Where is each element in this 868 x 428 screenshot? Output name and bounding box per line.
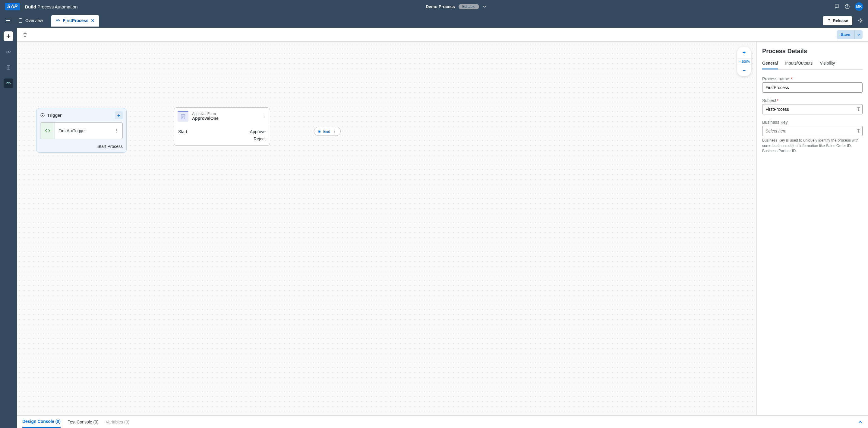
zoom-in-button[interactable]: + <box>737 47 751 58</box>
bottom-tabs: Design Console (0) Test Console (0) Vari… <box>17 415 868 428</box>
trigger-title: Trigger <box>47 113 62 118</box>
trigger-node[interactable]: Trigger + FirstApiTrigger ⋮ Start Proces… <box>36 108 127 153</box>
trigger-item-name: FirstApiTrigger <box>55 128 111 133</box>
zoom-out-button[interactable]: − <box>737 65 751 76</box>
tab-design-console[interactable]: Design Console (0) <box>22 416 61 428</box>
svg-point-3 <box>860 20 862 22</box>
release-button[interactable]: Release <box>823 16 852 25</box>
sidebar-document-icon[interactable] <box>4 63 13 73</box>
sap-logo: SAP <box>5 3 20 10</box>
svg-rect-2 <box>19 19 22 22</box>
main-layout: Save + + <box>0 28 868 428</box>
tab-overview-label: Overview <box>25 18 43 23</box>
subject-label: Subject <box>762 98 776 103</box>
approval-type-label: Approval Form <box>192 112 219 116</box>
details-panel: Process Details General Inputs/Outputs V… <box>756 41 868 415</box>
approval-body: Start Approve Reject <box>174 125 270 145</box>
app-header: SAP Build Process Automation Demo Proces… <box>0 0 868 13</box>
tab-firstprocess[interactable]: FirstProcess ✕ <box>51 15 99 27</box>
field-business-key: Business Key T Business Key is used to u… <box>762 120 863 154</box>
play-icon <box>40 113 45 118</box>
header-right: ? MK <box>834 2 863 11</box>
approval-start-port: Start <box>178 129 187 134</box>
approval-approve-port: Approve <box>250 129 266 134</box>
business-key-label: Business Key <box>762 120 863 125</box>
trash-icon[interactable] <box>22 32 28 37</box>
chevron-up-icon[interactable] <box>858 420 863 424</box>
process-name-label: Process name: <box>762 76 790 81</box>
end-icon: ◉ <box>318 129 321 134</box>
help-icon[interactable]: ? <box>844 4 850 9</box>
subject-input[interactable] <box>762 104 863 114</box>
approval-name: ApprovalOne <box>192 116 219 121</box>
tab-test-console[interactable]: Test Console (0) <box>68 417 99 427</box>
details-tabs: General Inputs/Outputs Visibility <box>762 61 863 70</box>
field-subject: Subject* T <box>762 98 863 114</box>
business-key-help: Business Key is used to uniquely identif… <box>762 138 863 154</box>
left-sidebar <box>0 28 17 428</box>
tab-bar: Overview FirstProcess ✕ Release <box>0 13 868 28</box>
form-icon <box>178 111 188 122</box>
tab-variables[interactable]: Variables (0) <box>106 417 129 427</box>
tab-visibility[interactable]: Visibility <box>820 61 835 69</box>
details-title: Process Details <box>762 48 863 55</box>
save-button[interactable]: Save <box>837 30 855 39</box>
api-trigger-icon <box>40 122 55 139</box>
sidebar-handshake-icon[interactable] <box>4 47 13 57</box>
chat-icon[interactable] <box>834 4 840 9</box>
menu-icon[interactable] <box>2 15 13 26</box>
editable-badge: Editable <box>459 4 479 9</box>
field-process-name: Process name:* <box>762 76 863 93</box>
app-title: Build Process Automation <box>25 4 78 9</box>
tab-firstprocess-label: FirstProcess <box>63 18 88 23</box>
process-title: Demo Process <box>426 4 455 9</box>
text-icon[interactable]: T <box>857 107 860 112</box>
chevron-down-icon[interactable] <box>483 5 486 8</box>
text-icon[interactable]: T <box>857 128 860 134</box>
save-group: Save <box>837 30 863 39</box>
approval-menu[interactable]: ⋮ <box>262 114 266 119</box>
trigger-item-menu[interactable]: ⋮ <box>111 128 122 133</box>
zoom-control: + 100% − <box>737 47 751 76</box>
content-area: Save + + <box>17 28 868 428</box>
business-key-input[interactable] <box>762 126 863 136</box>
start-process-label: Start Process <box>40 144 123 149</box>
gear-icon[interactable] <box>856 16 866 25</box>
zoom-value[interactable]: 100% <box>737 58 751 65</box>
close-icon[interactable]: ✕ <box>91 18 95 24</box>
connectors: + + + <box>17 41 107 87</box>
release-label: Release <box>833 19 848 23</box>
approval-node[interactable]: Approval Form ApprovalOne ⋮ Start Approv… <box>174 108 270 146</box>
end-node[interactable]: ◉ End ⋮ <box>314 127 341 136</box>
svg-text:?: ? <box>846 5 848 8</box>
add-trigger-button[interactable]: + <box>115 111 123 119</box>
tabbar-right: Release <box>823 16 866 25</box>
toolbar: Save <box>17 28 868 41</box>
tab-overview[interactable]: Overview <box>13 16 48 25</box>
sidebar-process-icon[interactable] <box>4 79 13 88</box>
approval-header: Approval Form ApprovalOne ⋮ <box>174 108 270 125</box>
end-menu[interactable]: ⋮ <box>333 129 337 134</box>
sidebar-add-button[interactable] <box>4 31 13 41</box>
process-name-input[interactable] <box>762 82 863 93</box>
end-label: End <box>323 129 330 134</box>
canvas-wrap: + + + + 100% − <box>17 41 868 415</box>
tab-general[interactable]: General <box>762 61 778 69</box>
avatar[interactable]: MK <box>855 2 863 11</box>
trigger-item[interactable]: FirstApiTrigger ⋮ <box>40 122 123 139</box>
tab-inputs-outputs[interactable]: Inputs/Outputs <box>785 61 812 69</box>
trigger-header: Trigger + <box>40 111 123 119</box>
save-dropdown-button[interactable] <box>855 30 863 39</box>
canvas[interactable]: + + + + 100% − <box>17 41 756 415</box>
approval-reject-port: Reject <box>253 137 266 141</box>
header-center: Demo Process Editable <box>426 4 486 9</box>
